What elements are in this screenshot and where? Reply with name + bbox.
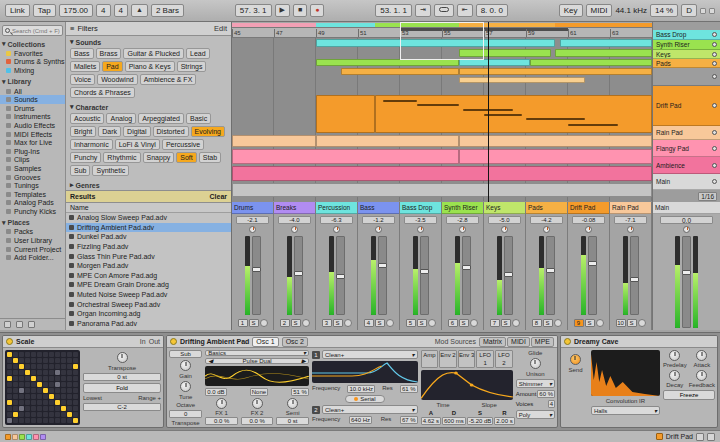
scale-cell[interactable] (55, 382, 60, 387)
scale-cell[interactable] (55, 388, 60, 393)
scale-grid[interactable] (5, 350, 80, 425)
scale-cell[interactable] (67, 370, 72, 375)
collection-item[interactable]: Drums & Synths (0, 58, 65, 67)
filters-icon[interactable]: ≡ (70, 24, 74, 33)
filter1-freq-value[interactable]: 10.0 kHz (347, 385, 375, 393)
sub-button[interactable]: Sub (169, 350, 202, 358)
scale-cell[interactable] (61, 388, 66, 393)
place-item[interactable]: Current Project (0, 245, 65, 254)
library-item[interactable]: Max for Live (0, 138, 65, 147)
volume-fader[interactable] (420, 236, 429, 315)
scale-cell[interactable] (61, 418, 66, 423)
volume-fader[interactable] (546, 236, 555, 315)
scale-cell[interactable] (13, 412, 18, 417)
clip-view-icon[interactable] (707, 433, 715, 441)
scale-cell[interactable] (19, 376, 24, 381)
fader-handle[interactable] (378, 263, 387, 268)
volume-value[interactable]: -6.3 (320, 216, 353, 224)
filter-tag[interactable]: Arpeggiated (138, 113, 184, 124)
info-icon[interactable] (28, 321, 35, 328)
scale-cell[interactable] (49, 364, 54, 369)
solo-button[interactable]: S (543, 319, 553, 327)
result-item[interactable]: Drifting Ambient Pad.adv (66, 223, 231, 233)
track-header[interactable]: Synth Riser (653, 40, 720, 50)
scale-cell[interactable] (67, 352, 72, 357)
filter-tag[interactable]: LoFi & Vinyl (115, 139, 160, 150)
fold-button[interactable]: Fold (83, 383, 161, 393)
volume-fader[interactable] (588, 236, 597, 315)
device-title[interactable]: Scale (16, 338, 34, 345)
ir-category-select[interactable]: Halls▾ (591, 406, 660, 415)
scale-cell[interactable] (31, 364, 36, 369)
scale-cell[interactable] (43, 412, 48, 417)
name-column-header[interactable]: Name (66, 203, 231, 213)
pan-knob[interactable] (232, 224, 273, 235)
predelay-knob[interactable] (669, 350, 680, 361)
scale-cell[interactable] (31, 358, 36, 363)
solo-button[interactable]: S (585, 319, 595, 327)
scale-cell[interactable] (61, 412, 66, 417)
fx2-knob[interactable] (252, 398, 263, 409)
scale-cell[interactable] (43, 382, 48, 387)
grid-view-icon[interactable] (16, 321, 23, 328)
arm-button[interactable] (344, 319, 352, 327)
scale-cell[interactable] (19, 394, 24, 399)
result-item[interactable]: Dunkel Pad.adv (66, 232, 231, 242)
library-item[interactable]: MIDI Effects (0, 130, 65, 139)
engine-category-select[interactable]: Basics▾ (205, 350, 309, 356)
place-item[interactable]: Packs (0, 228, 65, 237)
scale-cell[interactable] (55, 412, 60, 417)
decay-knob[interactable] (669, 370, 680, 381)
arm-button[interactable] (638, 319, 646, 327)
feedback-knob[interactable] (696, 370, 707, 381)
arrangement-clip[interactable] (530, 59, 652, 66)
channel-name[interactable]: Rain Pad (610, 202, 651, 214)
scale-cell[interactable] (67, 406, 72, 411)
scale-cell[interactable] (61, 370, 66, 375)
filter-tag[interactable]: Soft (176, 152, 196, 163)
channel-name[interactable]: Bass Drop (400, 202, 441, 214)
filter-tag[interactable]: Strings (177, 61, 207, 72)
loop-start-field[interactable]: 53. 1. 1 (375, 4, 412, 18)
arrangement-clip[interactable] (232, 135, 316, 147)
filter-tag[interactable]: Dark (98, 126, 121, 137)
scale-cell[interactable] (67, 376, 72, 381)
result-item[interactable]: Organ Incoming.adg (66, 309, 231, 319)
filter-tag[interactable]: Basic (186, 113, 211, 124)
scale-cell[interactable] (61, 400, 66, 405)
metronome-icon[interactable]: ▲ (131, 4, 148, 16)
scale-cell[interactable] (43, 352, 48, 357)
tune-knob[interactable] (180, 381, 191, 392)
fader-handle[interactable] (294, 271, 303, 276)
scale-cell[interactable] (55, 394, 60, 399)
arrangement-clip[interactable] (316, 95, 375, 133)
filter-tag[interactable]: Digital (123, 126, 150, 137)
pan-knob[interactable] (442, 224, 483, 235)
time-label[interactable]: Time (437, 402, 450, 408)
engine-select[interactable]: ◀ Pulse Dual ▶ (205, 358, 309, 364)
scale-cell[interactable] (55, 400, 60, 405)
arrangement-clip[interactable] (459, 59, 530, 66)
track-activator-button[interactable]: 10 (616, 319, 626, 327)
scale-cell[interactable] (25, 388, 30, 393)
scale-cell[interactable] (67, 412, 72, 417)
library-item[interactable]: Samples (0, 164, 65, 173)
scale-cell[interactable] (25, 382, 30, 387)
volume-fader[interactable] (630, 236, 639, 315)
scale-cell[interactable] (31, 400, 36, 405)
arm-button[interactable] (554, 319, 562, 327)
channel-name[interactable]: Drift Pad (568, 202, 609, 214)
filter-tag[interactable]: Rhythmic (103, 152, 140, 163)
track-header[interactable]: Keys (653, 50, 720, 59)
arrangement-clip[interactable] (341, 68, 459, 75)
library-item[interactable]: Instruments (0, 113, 65, 122)
sustain-value[interactable]: -5.20 dB (467, 417, 494, 425)
playhead[interactable] (488, 22, 489, 202)
result-item[interactable]: Glass Thin Pure Pad.adv (66, 251, 231, 261)
scale-cell[interactable] (19, 364, 24, 369)
scale-cell[interactable] (73, 394, 78, 399)
punch-in-button[interactable]: ⇥ (415, 4, 431, 16)
scale-cell[interactable] (37, 400, 42, 405)
browser-search[interactable] (2, 25, 63, 36)
scale-cell[interactable] (67, 358, 72, 363)
